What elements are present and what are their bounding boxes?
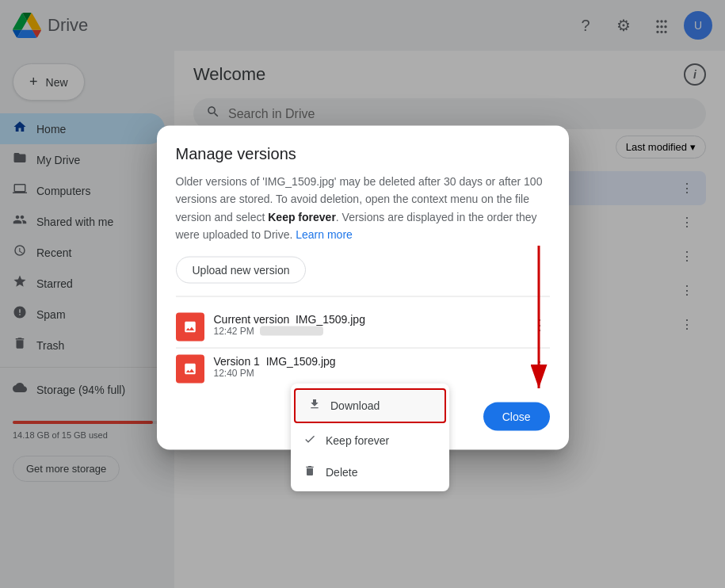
keep-forever-text: Keep forever [268, 210, 336, 223]
current-version-filename: IMG_1509.jpg [296, 312, 365, 325]
current-version-item: Current version IMG_1509.jpg 12:42 PM ⋮ [176, 306, 550, 348]
keep-forever-icon [303, 433, 316, 449]
current-version-label: Current version [214, 312, 290, 325]
version1-time: 12:40 PM [214, 367, 520, 378]
close-button[interactable]: Close [483, 402, 550, 430]
learn-more-link[interactable]: Learn more [296, 228, 353, 241]
version1-filename: IMG_1509.jpg [266, 354, 336, 367]
current-version-more-icon[interactable]: ⋮ [529, 312, 550, 336]
context-menu: Download Keep forever Delete [291, 384, 449, 491]
version1-info: Version 1 IMG_1509.jpg 12:40 PM [214, 354, 520, 378]
upload-new-version-button[interactable]: Upload new version [176, 256, 307, 283]
context-menu-item-label-download: Download [330, 399, 380, 412]
modal-description: Older versions of 'IMG_1509.jpg' may be … [176, 173, 550, 244]
version1-thumbnail [176, 354, 204, 383]
delete-icon [303, 464, 316, 480]
current-version-actions: ⋮ [529, 312, 550, 336]
current-version-time: 12:42 PM [214, 325, 520, 336]
version1-name: Version 1 IMG_1509.jpg [214, 354, 520, 367]
context-menu-item-label-keep: Keep forever [326, 434, 389, 447]
modal-title: Manage versions [176, 145, 550, 163]
version1-more-icon[interactable]: ⋮ [529, 354, 550, 378]
modal-divider [176, 296, 550, 296]
context-menu-item-download[interactable]: Download [294, 388, 446, 423]
version1-actions: ⋮ [529, 354, 550, 378]
download-icon [308, 398, 321, 414]
blurred-date-placeholder [260, 326, 323, 336]
context-menu-item-keep-forever[interactable]: Keep forever [291, 425, 449, 456]
version1-label: Version 1 [214, 354, 260, 367]
current-version-thumbnail [176, 312, 204, 341]
current-version-name: Current version IMG_1509.jpg [214, 312, 520, 325]
context-menu-item-delete[interactable]: Delete [291, 456, 449, 488]
current-version-info: Current version IMG_1509.jpg 12:42 PM [214, 312, 520, 336]
context-menu-item-label-delete: Delete [326, 466, 357, 479]
